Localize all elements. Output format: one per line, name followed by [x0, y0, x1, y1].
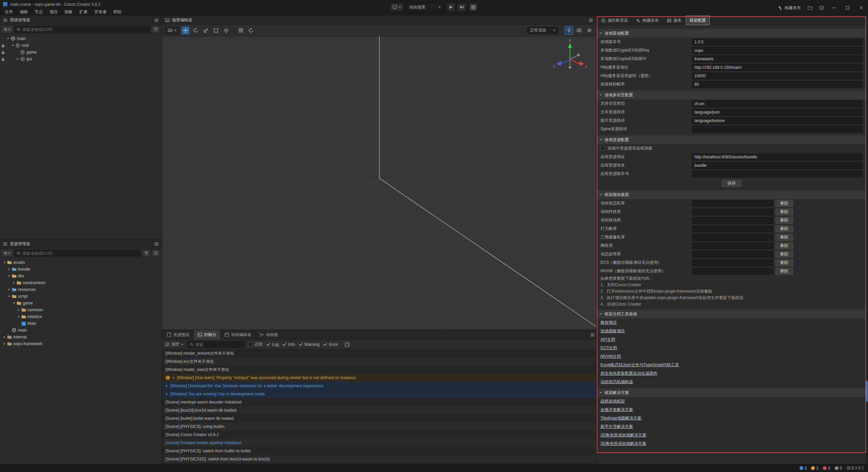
section-header-solutions[interactable]: 框架解决方案	[596, 388, 865, 397]
scene-camera-button[interactable]	[575, 26, 583, 35]
link-3d-rpg[interactable]: 3D角色扮演游戏解决方案	[600, 441, 646, 447]
minimize-button[interactable]	[827, 0, 841, 16]
menu-icon[interactable]	[590, 333, 595, 337]
filter-warning-checkbox[interactable]: Warning	[298, 342, 319, 347]
link-api-doc[interactable]: API文档	[600, 337, 615, 342]
link-animator-editor[interactable]: 动画状态机编辑器	[600, 379, 633, 385]
help-button[interactable]: ?	[816, 0, 827, 16]
crypto-key-input[interactable]	[692, 47, 863, 54]
section-header-game-language[interactable]: 游戏多语言配置	[596, 91, 865, 99]
log-row[interactable]: [Scene] [PHYSICS]: using builtin.	[162, 422, 596, 431]
link-hot-update-plugin[interactable]: 原生包热更新配置自动生成插件	[600, 371, 657, 376]
module-tween-delete-button[interactable]: 删除	[775, 217, 793, 224]
section-header-module-trim[interactable]: 框架模块裁剪	[596, 190, 865, 199]
hierarchy-search-input[interactable]	[22, 27, 148, 32]
menu-icon[interactable]	[589, 18, 593, 22]
tree-node-root[interactable]: root	[0, 42, 162, 49]
axis-y-cone[interactable]	[568, 43, 572, 48]
layout-button[interactable]	[469, 3, 478, 11]
snap-grid-button[interactable]	[237, 26, 245, 35]
module-network-input[interactable]	[692, 242, 773, 249]
log-row[interactable]: [Window] render_texture文件夹不存在	[162, 349, 596, 357]
http-timeout-input[interactable]	[692, 73, 863, 79]
menu-开发者[interactable]: 开发者	[91, 8, 110, 16]
link-excel-tool[interactable]: Excel格式转Json文件与TypeScript代码工具	[600, 362, 679, 368]
pivot-tool-button[interactable]	[222, 26, 230, 35]
scene-light-button[interactable]	[565, 26, 573, 35]
move-tool-button[interactable]	[181, 26, 190, 35]
link-tiledmap[interactable]: Tiledmap地图解决方案	[600, 415, 642, 421]
language-spine-path-input[interactable]	[692, 126, 863, 133]
expand-arrow-icon[interactable]	[165, 393, 168, 395]
log-row[interactable]: [Scene] [bullet]:bullet wasm lib loaded.	[162, 414, 596, 422]
menu-面板[interactable]: 面板	[61, 8, 76, 16]
crypto-iv-input[interactable]	[692, 56, 863, 62]
language-types-input[interactable]	[692, 100, 863, 107]
module-queue-input[interactable]	[692, 251, 773, 258]
section-header-doc-links[interactable]: 框架文档工具链接	[596, 310, 865, 318]
build-publish-button[interactable]: 构建发布	[774, 0, 804, 16]
language-texture-path-input[interactable]	[692, 117, 863, 124]
tab-动画图[interactable]: 动画图	[256, 330, 282, 339]
tree-node-assets[interactable]: assets	[0, 259, 162, 266]
lock-icon[interactable]	[0, 44, 6, 47]
expand-arrow-icon[interactable]	[7, 268, 11, 271]
tab-构建发布[interactable]: 构建发布	[632, 16, 663, 25]
module-camera3d-input[interactable]	[692, 234, 773, 241]
game-version-input[interactable]	[692, 39, 863, 45]
link-tutorial-project[interactable]: 教程项目	[600, 320, 617, 326]
log-row[interactable]: [Window] Download the Vue Devtools exten…	[162, 382, 596, 390]
language-json-path-input[interactable]	[692, 109, 863, 116]
assets-search-input[interactable]	[22, 251, 138, 256]
tree-node-main[interactable]: main	[0, 327, 162, 334]
tree-node-main[interactable]: main	[0, 35, 162, 42]
section-header-game-basic[interactable]: 游戏基础配置	[596, 29, 865, 38]
tab-服务[interactable]: 服务	[663, 16, 685, 25]
tree-node-libs[interactable]: libs	[0, 273, 162, 279]
remote-bundle-name-input[interactable]	[692, 162, 863, 169]
snap-rotate-button[interactable]	[247, 26, 255, 35]
module-behavior-tree-input[interactable]	[692, 225, 773, 232]
tree-node-oops-framework[interactable]: oops-framework	[0, 340, 162, 347]
message-count[interactable]: 3	[800, 466, 807, 471]
axis-z-cone[interactable]	[556, 61, 561, 66]
filter-info-checkbox[interactable]: Info	[282, 342, 295, 347]
console-search-input[interactable]	[195, 342, 242, 347]
assets-sort-button[interactable]	[142, 250, 150, 257]
expand-arrow-icon[interactable]	[12, 281, 16, 284]
tree-node-resources[interactable]: resources	[0, 286, 162, 293]
axis-negative-y[interactable]	[569, 66, 571, 69]
log-row[interactable]: [Window] ecs文件夹不存在	[162, 357, 596, 366]
tab-控制台[interactable]: 控制台	[194, 330, 220, 339]
hierarchy-filter-button[interactable]	[152, 26, 160, 33]
close-button[interactable]	[854, 0, 868, 16]
tree-node-gui[interactable]: gui	[0, 56, 162, 62]
collapse-arrow-icon[interactable]	[11, 44, 15, 47]
filter-error-checkbox[interactable]: Error	[323, 342, 338, 347]
regex-checkbox[interactable]: 正则	[248, 341, 262, 347]
expand-arrow-icon[interactable]	[15, 58, 20, 60]
axis-negative-x[interactable]	[577, 54, 580, 56]
section-header-game-resource[interactable]: 游戏资源配置	[596, 135, 865, 144]
console-clear-button[interactable]: 清空	[165, 341, 184, 347]
link-fullstack[interactable]: 全栈开发解决方案	[600, 407, 633, 413]
remote-load-checkbox[interactable]	[600, 146, 605, 151]
link-mvvm-doc[interactable]: MVVM文档	[600, 354, 621, 359]
tree-node-game[interactable]: game	[0, 49, 162, 56]
menu-编辑[interactable]: 编辑	[16, 8, 31, 16]
log-row[interactable]: [Scene] meshopt wasm decoder initialized	[162, 398, 596, 406]
log-row[interactable]: [Scene] Forward render pipeline initiali…	[162, 439, 596, 447]
tree-node-Main[interactable]: TSMain	[0, 320, 162, 327]
assets-search[interactable]	[14, 250, 141, 257]
link-template-project[interactable]: 游戏模板项目	[600, 328, 625, 334]
menu-节点[interactable]: 节点	[31, 8, 46, 16]
expand-arrow-icon[interactable]	[16, 315, 21, 318]
expand-arrow-icon[interactable]	[7, 288, 11, 291]
tree-node-script[interactable]: script	[0, 293, 162, 300]
collapse-arrow-icon[interactable]	[6, 37, 10, 40]
expand-arrow-icon[interactable]	[172, 376, 175, 379]
scrollbar-thumb[interactable]	[866, 381, 868, 402]
project-folder-button[interactable]	[804, 0, 816, 16]
module-ecs-input[interactable]	[692, 259, 773, 266]
tab-资源预览[interactable]: 资源预览	[163, 330, 193, 339]
